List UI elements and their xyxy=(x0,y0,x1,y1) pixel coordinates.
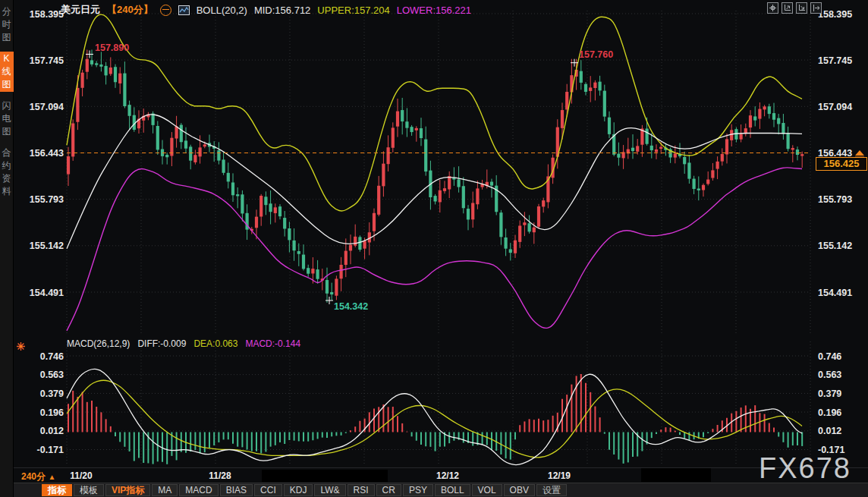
bottom-toolbar: 指标模板VIP指标MAMACDBIASCCIKDJLW&RSICRPSYBOLL… xyxy=(14,483,868,497)
x-axis-date-label: 11/28 xyxy=(197,470,243,481)
toolbar-button-vol[interactable]: VOL xyxy=(472,484,502,496)
svg-text:0.012: 0.012 xyxy=(818,426,841,436)
svg-text:155.793: 155.793 xyxy=(818,194,852,205)
svg-text:0.746: 0.746 xyxy=(40,351,64,362)
svg-text:157.760: 157.760 xyxy=(579,49,613,60)
boll-lower-value: LOWER:156.221 xyxy=(397,5,471,16)
toolbar-button-设置[interactable]: 设置 xyxy=(536,484,567,496)
symbol-title: 美元日元 xyxy=(61,3,100,17)
last-price-badge: 156.425 xyxy=(816,157,867,171)
x-axis-date-label: 12/12 xyxy=(425,470,470,481)
boll-settings-label[interactable]: BOLL(20,2) xyxy=(197,5,247,16)
sidebar-item-time-chart[interactable]: 分时图 xyxy=(0,5,14,45)
boll-mid-value: MID:156.712 xyxy=(254,5,310,16)
chart-header: 美元日元 【240分】 BOLL(20,2) MID:156.712 UPPER… xyxy=(61,3,471,17)
svg-text:157.890: 157.890 xyxy=(95,42,129,53)
mini-chart-icon xyxy=(178,5,190,15)
svg-text:158.395: 158.395 xyxy=(818,9,852,20)
timeframe-label: 240分 xyxy=(21,471,46,482)
crosshair-icon[interactable] xyxy=(767,2,778,14)
svg-text:156.443: 156.443 xyxy=(30,148,64,159)
toolbar-button-psy[interactable]: PSY xyxy=(403,484,433,496)
svg-text:155.142: 155.142 xyxy=(30,241,64,251)
macd-header: MACD(26,12,9) DIFF:-0.009 DEA:0.063 MACD… xyxy=(67,338,300,349)
macd-settings-label[interactable]: MACD(26,12,9) xyxy=(67,338,130,349)
candlestick-chart-canvas[interactable]: 158.395158.395157.745157.745157.094157.0… xyxy=(0,0,868,484)
toolbar-button-vip指标[interactable]: VIP指标 xyxy=(105,484,150,496)
chart-tool-icons xyxy=(767,2,822,14)
svg-text:157.094: 157.094 xyxy=(30,102,64,112)
toolbar-button-cr[interactable]: CR xyxy=(376,484,401,496)
toolbar-button-macd[interactable]: MACD xyxy=(179,484,218,496)
x-axis-date-label: 11/20 xyxy=(58,470,104,481)
toolbar-button-ma[interactable]: MA xyxy=(152,484,178,496)
svg-text:157.745: 157.745 xyxy=(818,55,852,66)
svg-text:155.142: 155.142 xyxy=(818,241,852,251)
toolbar-button-boll[interactable]: BOLL xyxy=(435,484,470,496)
period-label[interactable]: 【240分】 xyxy=(107,3,153,17)
macd-dea-value: DEA:0.063 xyxy=(193,338,237,349)
svg-text:0.379: 0.379 xyxy=(40,388,64,399)
fx678-watermark: FX678 xyxy=(759,452,851,485)
svg-text:0.746: 0.746 xyxy=(818,351,841,362)
axis-zoom-out-icon[interactable] xyxy=(796,2,807,14)
toolbar-button-bias[interactable]: BIAS xyxy=(220,484,253,496)
trading-app-window: 158.395158.395157.745157.745157.094157.0… xyxy=(0,0,868,497)
sidebar: 分时图K线图闪电图合约资料 xyxy=(0,0,14,497)
svg-text:154.491: 154.491 xyxy=(818,288,852,298)
collapse-indicator-icon[interactable] xyxy=(160,5,171,16)
svg-text:-0.171: -0.171 xyxy=(37,445,64,455)
svg-text:157.745: 157.745 xyxy=(30,55,64,66)
redaction-box xyxy=(641,468,711,482)
toolbar-button-lw&[interactable]: LW& xyxy=(314,484,345,496)
sidebar-item-lightning-chart[interactable]: 闪电图 xyxy=(0,99,14,139)
boll-upper-value: UPPER:157.204 xyxy=(317,5,389,16)
svg-text:0.196: 0.196 xyxy=(818,407,841,418)
toolbar-button-rsi[interactable]: RSI xyxy=(348,484,375,496)
sidebar-item-contract-info[interactable]: 合约资料 xyxy=(0,146,14,199)
svg-text:0.563: 0.563 xyxy=(40,370,64,380)
sidebar-item-kline-chart[interactable]: K线图 xyxy=(0,52,14,92)
svg-text:155.793: 155.793 xyxy=(30,194,64,205)
axis-zoom-in-icon[interactable] xyxy=(782,2,793,14)
toolbar-button-obv[interactable]: OBV xyxy=(504,484,535,496)
toolbar-button-指标[interactable]: 指标 xyxy=(42,484,72,496)
x-axis-date-label: 12/19 xyxy=(536,470,582,481)
svg-text:157.094: 157.094 xyxy=(818,102,852,112)
timeframe-selector[interactable]: 240分 ▲ xyxy=(21,470,55,483)
redaction-box xyxy=(262,470,388,482)
macd-diff-value: DIFF:-0.009 xyxy=(137,338,186,349)
svg-text:158.395: 158.395 xyxy=(30,9,64,20)
pop-out-right-icon[interactable] xyxy=(810,2,822,14)
svg-text:0.012: 0.012 xyxy=(40,426,64,436)
macd-macd-value: MACD:-0.144 xyxy=(245,338,300,349)
toolbar-button-模板[interactable]: 模板 xyxy=(74,484,104,496)
svg-text:154.491: 154.491 xyxy=(30,288,64,298)
svg-text:0.379: 0.379 xyxy=(818,388,841,399)
svg-text:0.196: 0.196 xyxy=(40,407,64,418)
toolbar-button-cci[interactable]: CCI xyxy=(254,484,282,496)
svg-text:154.342: 154.342 xyxy=(334,301,368,312)
svg-text:0.563: 0.563 xyxy=(818,370,841,380)
indicator-flower-icon[interactable] xyxy=(16,341,26,354)
timeframe-arrow-icon: ▲ xyxy=(48,473,55,481)
toolbar-button-kdj[interactable]: KDJ xyxy=(284,484,313,496)
